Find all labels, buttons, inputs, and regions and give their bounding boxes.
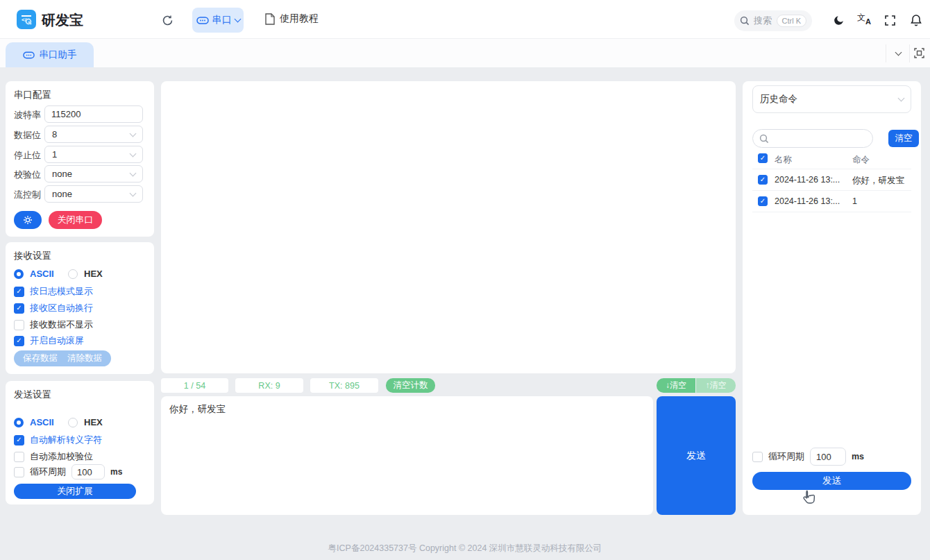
option-parse-escape[interactable]: 自动解析转义字符 [14,434,102,446]
row-command: 你好，研发宝 [852,175,904,187]
cycle-period-input[interactable] [71,464,105,480]
send-settings-panel: 发送设置 ASCII HEX 自动解析转义字符 自动添加校验位 循环周期 ms … [6,381,154,504]
send-format-hex[interactable]: HEX [68,417,103,427]
notification-bell-icon[interactable] [910,13,922,26]
tab-serial-assistant[interactable]: 串口助手 [6,42,94,67]
history-cycle-input[interactable] [810,448,846,466]
send-format-ascii[interactable]: ASCII [14,417,54,427]
baud-rate-label: 波特率 [14,109,41,121]
send-button-main[interactable]: 发送 [657,396,736,515]
clear-receive-button[interactable]: ↓清空 [657,378,695,393]
save-data-button[interactable]: 保存数据 [23,353,58,364]
radio-icon[interactable] [68,418,78,427]
clear-data-button[interactable]: 清除数据 [67,353,102,364]
serial-nav-button[interactable]: 串口 [192,8,244,33]
history-send-button[interactable]: 发送 [752,472,911,490]
fullscreen-icon[interactable] [884,15,896,26]
parity-select[interactable]: none [44,165,143,183]
close-extension-button[interactable]: 关闭扩展 [14,484,136,499]
cycle-period-label: 循环周期 [30,466,66,478]
flow-control-value: none [52,189,130,199]
receive-settings-panel: 接收设置 ASCII HEX 按日志模式显示 接收区自动换行 接收数据不显示 开… [6,242,154,374]
radio-icon[interactable] [14,269,24,279]
stop-bits-select[interactable]: 1 [44,146,143,163]
data-bits-value: 8 [52,129,130,139]
history-cycle-period[interactable]: 循环周期 ms [752,448,864,466]
option-hide-received[interactable]: 接收数据不显示 [14,319,93,331]
close-serial-button[interactable]: 关闭串口 [49,211,102,229]
tx-counter-badge: TX: 895 [310,378,378,393]
tab-maximize-icon[interactable] [908,39,930,67]
row-name: 2024-11-26 13:... [775,196,840,206]
checkbox-icon[interactable] [14,287,24,297]
option-label: 自动添加校验位 [30,450,93,463]
send-settings-title: 发送设置 [14,389,51,401]
option-auto-checksum[interactable]: 自动添加校验位 [14,450,93,463]
receive-format-ascii[interactable]: ASCII [14,269,54,279]
history-table-header [758,153,768,163]
checkbox-icon[interactable] [752,452,763,462]
row-checkbox[interactable] [758,196,768,206]
translate-glyph-top: 文 [857,13,865,22]
checkbox-icon[interactable] [14,435,24,446]
checkbox-icon[interactable] [14,303,24,314]
option-log-mode[interactable]: 按日志模式显示 [14,285,93,298]
app-header: </ 研发宝 串口 使用教程 搜索 Ctrl K 文A [0,0,930,39]
history-search-input[interactable] [773,134,863,144]
send-input-textarea[interactable]: 你好，研发宝 [161,396,653,515]
data-bits-label: 数据位 [14,129,41,142]
cycle-period-unit: ms [110,467,122,477]
rx-counter-badge: RX: 9 [235,378,303,393]
option-auto-scroll[interactable]: 开启自动滚屏 [14,334,84,347]
row-checkbox[interactable] [758,175,768,185]
option-auto-wrap[interactable]: 接收区自动换行 [14,302,93,314]
serial-settings-button[interactable] [14,211,42,229]
option-cycle-period[interactable]: 循环周期 ms [14,464,122,480]
parity-value: none [52,169,130,179]
history-search-box[interactable] [752,129,873,148]
flow-control-select[interactable]: none [44,185,143,203]
radio-icon[interactable] [68,269,78,279]
serial-config-panel: 串口配置 波特率 数据位 8 停止位 1 校验位 none 流控制 none 关… [6,81,154,237]
tutorial-link[interactable]: 使用教程 [265,12,319,25]
chevron-down-icon [130,130,137,137]
checkbox-icon[interactable] [14,320,24,330]
parity-label: 校验位 [14,169,41,181]
history-mode-select[interactable]: 历史命令 [752,85,911,113]
search-label: 搜索 [754,15,772,27]
data-bits-select[interactable]: 8 [44,126,143,143]
radio-label: HEX [84,417,103,427]
app-logo-icon[interactable]: </ [17,10,36,29]
radio-label: ASCII [30,269,54,279]
divider [752,212,911,212]
tutorial-label: 使用教程 [280,12,319,25]
row-name: 2024-11-26 13:... [775,175,840,185]
serial-port-icon [23,51,35,59]
radio-icon[interactable] [14,418,24,427]
chevron-down-icon [130,189,137,196]
checkbox-icon[interactable] [14,452,24,462]
chevron-down-icon [130,150,137,157]
baud-rate-input[interactable] [44,105,143,123]
mouse-cursor-icon [800,489,818,509]
receive-format-hex[interactable]: HEX [68,269,103,279]
document-icon [265,13,275,25]
clear-send-button[interactable]: ↑清空 [696,378,736,393]
chevron-down-icon [130,169,137,176]
search-button[interactable]: 搜索 Ctrl K [734,10,812,31]
translate-icon[interactable]: 文A [857,13,871,26]
refresh-icon[interactable] [160,13,174,27]
tab-list-chevron-icon[interactable] [887,39,909,67]
checkbox-icon[interactable] [14,467,24,477]
divider [886,44,886,62]
receive-display-area[interactable] [161,81,736,373]
radio-label: ASCII [30,417,54,427]
gear-icon [22,214,33,226]
checkbox-icon[interactable] [14,336,24,346]
history-mode-value: 历史命令 [760,93,899,105]
dark-mode-icon[interactable] [831,13,845,27]
divider [752,169,911,169]
history-clear-button[interactable]: 清空 [888,130,919,147]
select-all-checkbox[interactable] [758,153,768,163]
clear-count-button[interactable]: 清空计数 [386,378,435,393]
